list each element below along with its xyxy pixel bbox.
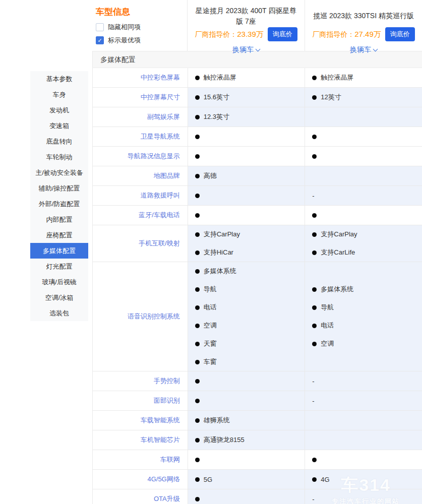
spec-value-item: 支持HiCar [195, 243, 305, 262]
sidebar-item[interactable]: 座椅配置 [30, 227, 88, 243]
spec-value-item: 15.6英寸 [195, 88, 305, 106]
spec-value-item [195, 186, 305, 205]
car2-switch-link[interactable]: 换辆车 [305, 45, 422, 54]
spec-value-car2: 多媒体系统导航电话空调 [305, 262, 422, 371]
spec-value-item: - [312, 490, 422, 504]
spec-row: 车联网 [92, 450, 422, 470]
spec-label[interactable]: 车载智能系统 [93, 411, 188, 430]
sidebar-item[interactable]: 辅助/操控配置 [30, 180, 88, 196]
car2-price: 厂商指导价：27.49万 [312, 30, 381, 39]
spec-value-text: - [312, 495, 314, 503]
dot-icon [195, 135, 200, 139]
dot-icon [195, 76, 200, 80]
dot-icon [195, 379, 200, 384]
spec-value-car1 [188, 489, 305, 504]
hide-same-option[interactable]: 隐藏相同项 [96, 23, 187, 32]
chevron-down-icon [256, 46, 261, 51]
spec-label[interactable]: 4G/5G网络 [93, 470, 188, 489]
spec-value-text: 导航 [321, 303, 334, 312]
sidebar-item[interactable]: 发动机 [30, 102, 88, 118]
spec-row: 蓝牙/车载电话 [92, 206, 422, 225]
spec-row: 面部识别- [92, 391, 422, 411]
dot-icon [312, 305, 317, 310]
compare-panel: 车型信息 隐藏相同项 ✓ 标示最优项 星途揽月 2023款 400T 四驱星尊版… [92, 0, 422, 504]
spec-value-car2 [305, 127, 422, 146]
spec-value-item [195, 451, 305, 469]
dot-icon [195, 154, 200, 159]
spec-row: 副驾娱乐屏12.3英寸 [92, 107, 422, 127]
spec-value-text: 电话 [321, 321, 334, 330]
spec-label[interactable]: 手势控制 [93, 371, 188, 391]
dot-icon [195, 232, 200, 237]
spec-value-car2: - [305, 371, 422, 391]
spec-label[interactable]: 车机智能芯片 [93, 430, 188, 450]
dot-icon [312, 213, 317, 218]
sidebar-item[interactable]: 变速箱 [30, 118, 88, 134]
spec-value-item: 触控液晶屏 [195, 69, 305, 87]
spec-label[interactable]: 中控彩色屏幕 [93, 68, 188, 87]
spec-value-car1: 高德 [188, 166, 305, 185]
sidebar-item[interactable]: 外部/防盗配置 [30, 196, 88, 212]
sidebar-item[interactable]: 多媒体配置 [30, 243, 88, 259]
spec-value-item: 支持CarLife [312, 243, 422, 262]
spec-value-item: 雄狮系统 [195, 411, 305, 429]
spec-value-car1: 15.6英寸 [188, 88, 305, 107]
spec-value-item [195, 490, 305, 504]
spec-value-car1: 5G [188, 470, 305, 489]
spec-label[interactable]: 导航路况信息显示 [93, 147, 188, 166]
spec-value-car2 [305, 430, 422, 450]
spec-value-text: 触控液晶屏 [321, 73, 353, 82]
spec-value-text: 多媒体系统 [204, 267, 236, 276]
dot-icon [312, 232, 317, 237]
hide-same-checkbox[interactable] [96, 23, 104, 31]
spec-value-car1 [188, 127, 305, 146]
car1-switch-link[interactable]: 换辆车 [188, 45, 305, 54]
mark-best-option[interactable]: ✓ 标示最优项 [96, 36, 187, 45]
spec-label[interactable]: 道路救援呼叫 [93, 186, 188, 205]
spec-value-text: 支持CarPlay [204, 230, 240, 239]
sidebar-item[interactable]: 内部配置 [30, 212, 88, 227]
spec-value-item [195, 392, 305, 410]
spec-label[interactable]: 手机互联/映射 [93, 225, 188, 262]
sidebar-item[interactable]: 车身 [30, 87, 88, 102]
sidebar-item[interactable]: 玻璃/后视镜 [30, 274, 88, 290]
car2-inquiry-button[interactable]: 询底价 [385, 27, 415, 41]
sidebar-item[interactable]: 灯光配置 [30, 259, 88, 274]
spec-label[interactable]: 蓝牙/车载电话 [93, 206, 188, 225]
dot-icon [312, 477, 317, 482]
dot-icon [312, 287, 317, 292]
spec-label[interactable]: 地图品牌 [93, 166, 188, 185]
dot-icon [195, 418, 200, 423]
sidebar-item[interactable]: 底盘转向 [30, 134, 88, 149]
spec-value-text: 电话 [204, 303, 217, 312]
car1-header: 星途揽月 2023款 400T 四驱星尊版 7座 厂商指导价：23.39万 询底… [187, 0, 305, 51]
spec-label[interactable]: 卫星导航系统 [93, 127, 188, 146]
mark-best-checkbox[interactable]: ✓ [96, 36, 104, 44]
spec-value-car1: 触控液晶屏 [188, 68, 305, 87]
car1-inquiry-button[interactable]: 询底价 [268, 27, 297, 41]
spec-value-text: - [312, 377, 314, 385]
spec-value-car1: 支持CarPlay支持HiCar [188, 225, 305, 262]
sidebar-item[interactable]: 主/被动安全装备 [30, 165, 88, 180]
spec-label[interactable]: 中控屏幕尺寸 [93, 88, 188, 107]
spec-label[interactable]: OTA升级 [93, 489, 188, 504]
dot-icon [312, 458, 317, 462]
dot-icon [195, 324, 200, 328]
spec-label[interactable]: 车联网 [93, 450, 188, 469]
spec-value-text: 高德 [204, 171, 217, 180]
spec-value-car2: 触控液晶屏 [305, 68, 422, 87]
sidebar-item[interactable]: 基本参数 [30, 71, 88, 87]
sidebar-item[interactable]: 选装包 [30, 305, 88, 321]
spec-value-car2 [305, 450, 422, 469]
spec-label[interactable]: 副驾娱乐屏 [93, 107, 188, 127]
spec-value-text: 支持CarPlay [321, 230, 357, 239]
spec-value-car1 [188, 450, 305, 469]
spec-row: 语音识别控制系统多媒体系统导航电话空调天窗车窗多媒体系统导航电话空调 [92, 262, 422, 371]
sidebar-item[interactable]: 空调/冰箱 [30, 290, 88, 305]
sidebar-item[interactable]: 车轮制动 [30, 149, 88, 165]
spec-value-item [195, 372, 305, 390]
spec-value-car1 [188, 186, 305, 205]
spec-label[interactable]: 语音识别控制系统 [93, 262, 188, 371]
spec-label[interactable]: 面部识别 [93, 391, 188, 410]
dot-icon [195, 438, 200, 443]
